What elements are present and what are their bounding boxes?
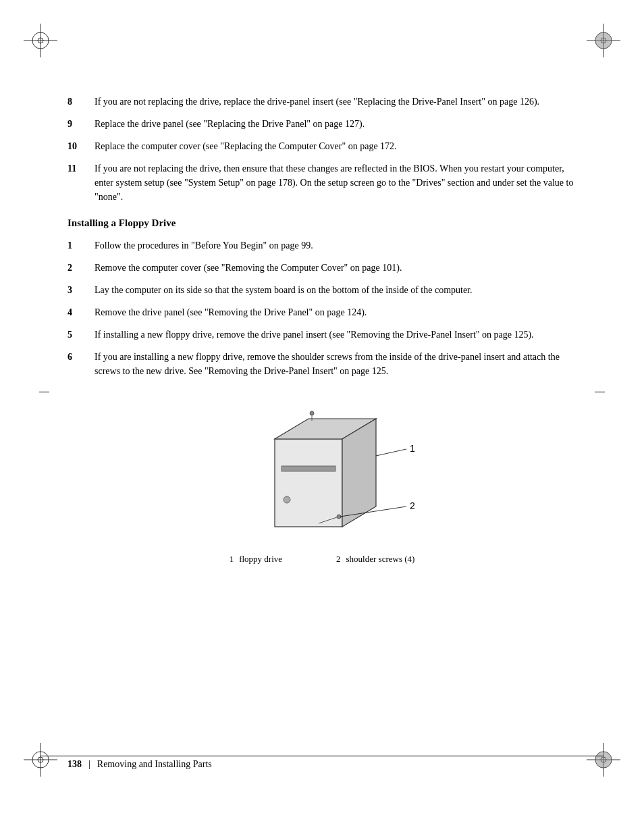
step-number-8: 8 [68, 95, 95, 109]
step-text-i1: Follow the procedures in "Before You Beg… [95, 238, 576, 253]
svg-point-8 [595, 32, 612, 49]
corner-mark-bl [20, 739, 61, 780]
diagram-label-2: 2 shoulder screws (4) [336, 554, 414, 565]
corner-mark-tl [20, 20, 61, 61]
side-tick-right [595, 392, 605, 392]
footer-line [41, 756, 603, 756]
step-item-i4: 4 Remove the drive panel (see "Removing … [68, 305, 576, 319]
step-number-i3: 3 [68, 283, 95, 297]
step-text-i2: Remove the computer cover (see "Removing… [95, 261, 576, 275]
svg-rect-18 [275, 439, 342, 527]
main-content: 8 If you are not replacing the drive, re… [68, 95, 576, 565]
step-text-11: If you are not replacing the drive, then… [95, 161, 576, 204]
svg-line-27 [376, 449, 406, 456]
step-number-i6: 6 [68, 350, 95, 378]
floppy-drive-diagram: 1 2 [214, 398, 430, 547]
section-heading: Installing a Floppy Drive [68, 217, 576, 229]
step-text-i3: Lay the computer on its side so that the… [95, 283, 576, 297]
step-text-i6: If you are installing a new floppy drive… [95, 350, 576, 378]
step-number-i4: 4 [68, 305, 95, 319]
step-number-i1: 1 [68, 238, 95, 253]
step-number-10: 10 [68, 139, 95, 153]
diagram-label-1-text: floppy drive [239, 554, 282, 565]
step-number-i5: 5 [68, 328, 95, 342]
svg-point-24 [310, 411, 314, 415]
svg-point-22 [284, 496, 290, 503]
step-text-10: Replace the computer cover (see "Replaci… [95, 139, 576, 153]
footer-separator: | [88, 759, 90, 770]
step-item-11: 11 If you are not replacing the drive, t… [68, 161, 576, 204]
svg-text:1: 1 [410, 443, 415, 454]
step-number-9: 9 [68, 117, 95, 131]
footer: 138 | Removing and Installing Parts [68, 759, 576, 770]
page-number: 138 [68, 759, 82, 770]
step-text-i4: Remove the drive panel (see "Removing th… [95, 305, 576, 319]
svg-rect-21 [281, 466, 336, 471]
step-number-i2: 2 [68, 261, 95, 275]
steps-top: 8 If you are not replacing the drive, re… [68, 95, 576, 204]
side-tick-left [39, 392, 49, 392]
corner-mark-tr [583, 20, 624, 61]
step-item-i1: 1 Follow the procedures in "Before You B… [68, 238, 576, 253]
step-text-8: If you are not replacing the drive, repl… [95, 95, 576, 109]
step-text-9: Replace the drive panel (see "Replacing … [95, 117, 576, 131]
svg-point-17 [595, 752, 612, 768]
diagram-label-1: 1 floppy drive [230, 554, 282, 565]
svg-text:2: 2 [410, 500, 415, 511]
diagram-area: 1 2 1 floppy drive 2 shoulder screws (4) [68, 398, 576, 565]
footer-title: Removing and Installing Parts [97, 759, 212, 770]
step-item-i3: 3 Lay the computer on its side so that t… [68, 283, 576, 297]
diagram-label-1-num: 1 [230, 554, 234, 565]
diagram-label-2-text: shoulder screws (4) [346, 554, 415, 565]
corner-mark-br [583, 739, 624, 780]
step-text-i5: If installing a new floppy drive, remove… [95, 328, 576, 342]
step-item-i6: 6 If you are installing a new floppy dri… [68, 350, 576, 378]
page: 8 If you are not replacing the drive, re… [0, 0, 644, 834]
step-number-11: 11 [68, 161, 95, 204]
step-item-i5: 5 If installing a new floppy drive, remo… [68, 328, 576, 342]
step-item-9: 9 Replace the drive panel (see "Replacin… [68, 117, 576, 131]
steps-install: 1 Follow the procedures in "Before You B… [68, 238, 576, 378]
step-item-i2: 2 Remove the computer cover (see "Removi… [68, 261, 576, 275]
step-item-8: 8 If you are not replacing the drive, re… [68, 95, 576, 109]
diagram-labels: 1 floppy drive 2 shoulder screws (4) [230, 554, 415, 565]
step-item-10: 10 Replace the computer cover (see "Repl… [68, 139, 576, 153]
diagram-label-2-num: 2 [336, 554, 341, 565]
